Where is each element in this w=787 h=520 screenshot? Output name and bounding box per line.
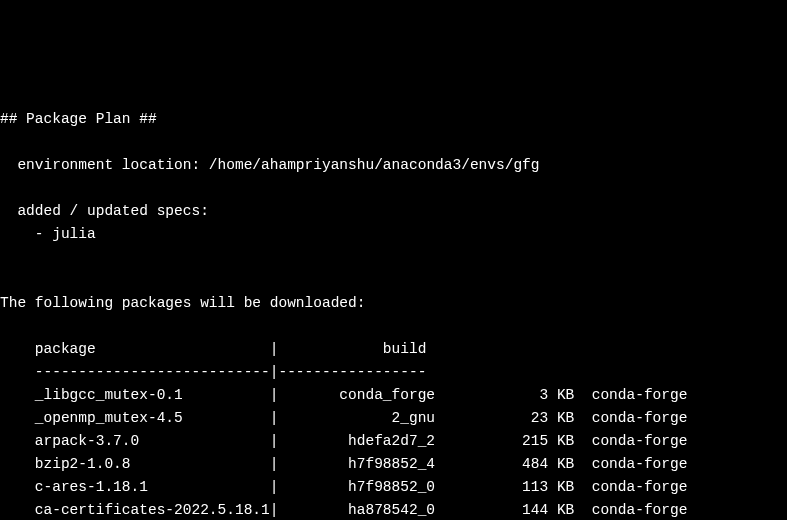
package-plan-header: ## Package Plan ## — [0, 111, 157, 127]
environment-location-line: environment location: /home/ahampriyansh… — [0, 157, 540, 173]
download-header: The following packages will be downloade… — [0, 295, 365, 311]
terminal-output: ## Package Plan ## environment location:… — [0, 108, 787, 520]
specs-header: added / updated specs: — [0, 203, 209, 219]
package-table: _libgcc_mutex-0.1 | conda_forge 3 KB con… — [0, 384, 787, 520]
table-divider: ---------------------------|------------… — [0, 364, 426, 380]
spec-item: - julia — [0, 226, 96, 242]
table-header: package | build — [0, 341, 426, 357]
